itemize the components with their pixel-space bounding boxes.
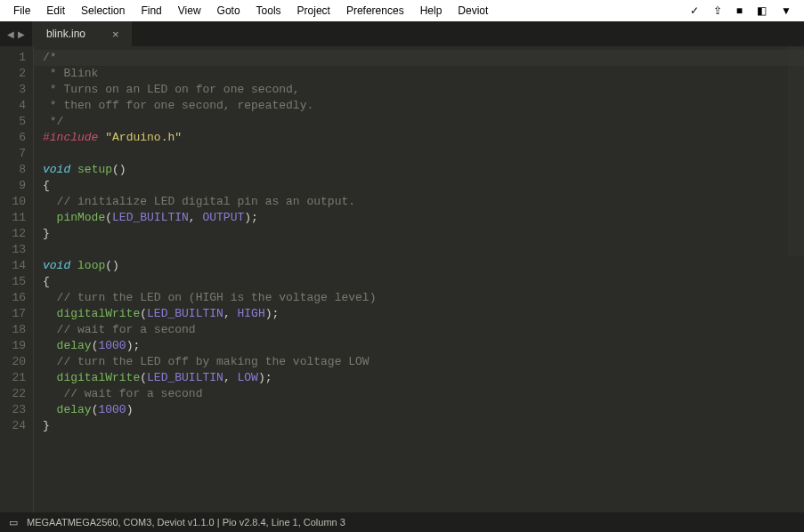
line-number: 14 [0, 258, 26, 274]
code-line[interactable]: digitalWrite(LED_BUILTIN, LOW); [43, 370, 804, 386]
line-number: 18 [0, 322, 26, 338]
code-line[interactable]: delay(1000); [43, 338, 804, 354]
cursor-line-highlight [34, 50, 804, 66]
code-line[interactable]: * Turns on an LED on for one second, [43, 82, 804, 98]
line-number: 23 [0, 402, 26, 418]
status-bar: ▭ MEGAATMEGA2560, COM3, Deviot v1.1.0 | … [0, 512, 804, 532]
panel-icon[interactable]: ▭ [9, 517, 18, 528]
tab-nav-arrows: ◀ ▶ [0, 29, 32, 39]
line-number: 6 [0, 130, 26, 146]
menu-deviot[interactable]: Deviot [450, 4, 496, 17]
menu-file[interactable]: File [5, 4, 38, 17]
code-line[interactable] [43, 242, 804, 258]
line-number: 24 [0, 418, 26, 434]
line-number: 9 [0, 178, 26, 194]
status-text: MEGAATMEGA2560, COM3, Deviot v1.1.0 | Pi… [27, 517, 345, 528]
code-line[interactable]: void setup() [43, 162, 804, 178]
tab-strip: ◀ ▶ blink.ino × [0, 21, 804, 46]
menu-preferences[interactable]: Preferences [338, 4, 412, 17]
line-number: 15 [0, 274, 26, 290]
line-number: 8 [0, 162, 26, 178]
code-line[interactable]: } [43, 226, 804, 242]
menu-find[interactable]: Find [133, 4, 169, 17]
tab-title: blink.ino [46, 28, 85, 40]
dropdown-icon[interactable]: ▼ [774, 4, 799, 17]
code-line[interactable]: void loop() [43, 258, 804, 274]
editor: 123456789101112131415161718192021222324 … [0, 46, 804, 512]
line-number: 19 [0, 338, 26, 354]
code-line[interactable]: // turn the LED off by making the voltag… [43, 354, 804, 370]
line-number: 20 [0, 354, 26, 370]
menu-view[interactable]: View [170, 4, 209, 17]
menu-tools[interactable]: Tools [248, 4, 289, 17]
code-line[interactable]: delay(1000) [43, 402, 804, 418]
menu-selection[interactable]: Selection [73, 4, 133, 17]
line-number: 2 [0, 66, 26, 82]
code-line[interactable]: // wait for a second [43, 386, 804, 402]
line-number-gutter: 123456789101112131415161718192021222324 [0, 46, 34, 512]
line-number: 11 [0, 210, 26, 226]
line-number: 1 [0, 50, 26, 66]
menu-bar: FileEditSelectionFindViewGotoToolsProjec… [0, 0, 804, 21]
code-line[interactable]: */ [43, 114, 804, 130]
code-area[interactable]: /* * Blink * Turns on an LED on for one … [34, 46, 804, 512]
line-number: 4 [0, 98, 26, 114]
line-number: 7 [0, 146, 26, 162]
code-line[interactable]: pinMode(LED_BUILTIN, OUTPUT); [43, 210, 804, 226]
menu-edit[interactable]: Edit [38, 4, 73, 17]
code-line[interactable] [43, 146, 804, 162]
line-number: 21 [0, 370, 26, 386]
line-number: 5 [0, 114, 26, 130]
monitor-icon[interactable]: ■ [729, 4, 750, 17]
code-line[interactable]: digitalWrite(LED_BUILTIN, HIGH); [43, 306, 804, 322]
line-number: 3 [0, 82, 26, 98]
code-line[interactable]: } [43, 418, 804, 434]
code-line[interactable]: { [43, 274, 804, 290]
menu-help[interactable]: Help [412, 4, 451, 17]
code-line[interactable]: // wait for a second [43, 322, 804, 338]
line-number: 13 [0, 242, 26, 258]
upload-icon[interactable]: ⇪ [706, 4, 729, 17]
check-icon[interactable]: ✓ [683, 4, 706, 17]
line-number: 17 [0, 306, 26, 322]
code-line[interactable]: // turn the LED on (HIGH is the voltage … [43, 290, 804, 306]
close-icon[interactable]: × [112, 28, 119, 41]
code-line[interactable]: * then off for one second, repeatedly. [43, 98, 804, 114]
line-number: 10 [0, 194, 26, 210]
line-number: 12 [0, 226, 26, 242]
code-line[interactable]: { [43, 178, 804, 194]
serial-icon[interactable]: ◧ [750, 4, 774, 17]
tab-next-icon[interactable]: ▶ [16, 29, 27, 39]
menu-goto[interactable]: Goto [209, 4, 248, 17]
line-number: 22 [0, 386, 26, 402]
code-line[interactable]: * Blink [43, 66, 804, 82]
code-line[interactable]: // initialize LED digital pin as an outp… [43, 194, 804, 210]
menu-project[interactable]: Project [289, 4, 338, 17]
tab-prev-icon[interactable]: ◀ [5, 29, 16, 39]
minimap[interactable] [788, 46, 804, 512]
line-number: 16 [0, 290, 26, 306]
tab-active[interactable]: blink.ino × [32, 21, 132, 46]
code-line[interactable]: #include "Arduino.h" [43, 130, 804, 146]
